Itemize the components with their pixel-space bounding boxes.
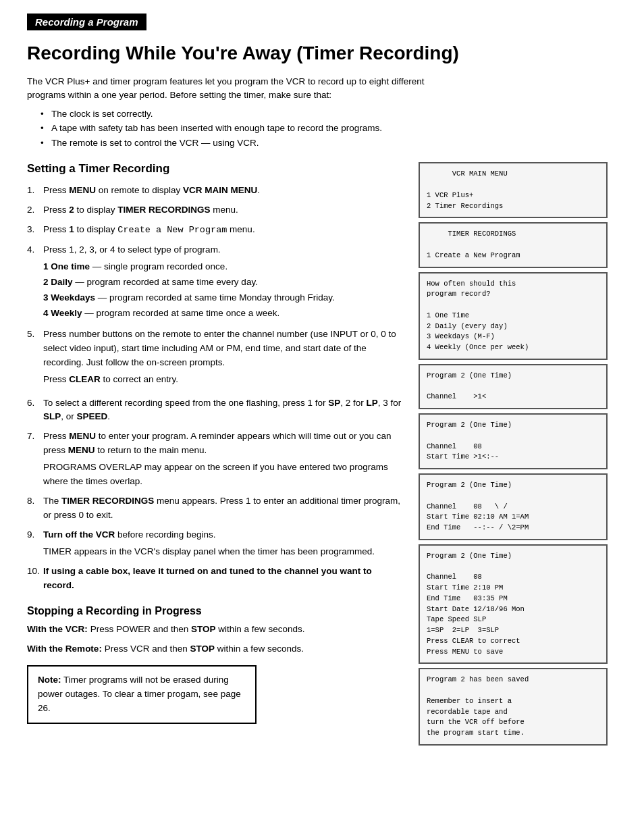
step-4: 4. Press 1, 2, 3, or 4 to select type of… <box>27 243 405 322</box>
vcr-screen-4: Program 2 (One Time) Channel >1< <box>419 364 608 409</box>
step-9-body: Turn off the VCR before recording begins… <box>43 528 405 559</box>
vcr-stop-text: With the VCR: Press POWER and then STOP … <box>27 623 378 637</box>
step-2: 2. Press 2 to display TIMER RECORDINGS m… <box>27 203 405 217</box>
step-10-num: 10. <box>27 565 43 579</box>
vcr-screen-3: How often should this program record? 1 … <box>419 272 608 360</box>
header-banner-text: Recording a Program <box>35 16 138 28</box>
step-3: 3. Press 1 to display Create a New Progr… <box>27 223 405 238</box>
vcr-screen-7: Program 2 (One Time) Channel 08 Start Ti… <box>419 544 608 664</box>
note-label: Note: <box>38 675 61 685</box>
step-8-body: The TIMER RECORDINGS menu appears. Press… <box>43 494 405 523</box>
step-10-body: If using a cable box, leave it turned on… <box>43 565 405 593</box>
step-9: 9. Turn off the VCR before recording beg… <box>27 528 405 559</box>
section-stopping-heading: Stopping a Recording in Progress <box>27 605 405 617</box>
note-text: Timer programs will not be erased during… <box>38 675 241 713</box>
step-2-num: 2. <box>27 203 43 217</box>
step-8-num: 8. <box>27 494 43 509</box>
step-5-body: Press number buttons on the remote to en… <box>43 328 405 391</box>
step-4-num: 4. <box>27 243 43 257</box>
step-4-body: Press 1, 2, 3, or 4 to select type of pr… <box>43 243 405 322</box>
step-9-num: 9. <box>27 528 43 542</box>
vcr-screen-6: Program 2 (One Time) Channel 08 \ / Star… <box>419 473 608 540</box>
bullet-item: The clock is set correctly. <box>41 107 473 122</box>
vcr-screen-2: TIMER RECORDINGS 1 Create a New Program <box>419 222 608 267</box>
step-1: 1. Press MENU on remote to display VCR M… <box>27 184 405 198</box>
section-timer-heading: Setting a Timer Recording <box>27 162 405 176</box>
step-8: 8. The TIMER RECORDINGS menu appears. Pr… <box>27 494 405 523</box>
main-title: Recording While You're Away (Timer Recor… <box>27 43 617 64</box>
step-3-num: 3. <box>27 223 43 237</box>
vcr-screen-1: VCR MAIN MENU 1 VCR Plus+ 2 Timer Record… <box>419 162 608 218</box>
bullet-item: A tape with safety tab has been inserted… <box>41 121 473 136</box>
step-7: 7. Press MENU to enter your program. A r… <box>27 429 405 489</box>
step-7-subpara: PROGRAMS OVERLAP may appear on the scree… <box>43 461 405 489</box>
step-9-subpara: TIMER appears in the VCR's display panel… <box>43 545 405 559</box>
step-4-sub-3: 3 Weekdays — program recorded at same ti… <box>43 291 405 305</box>
step-5-num: 5. <box>27 328 43 342</box>
vcr-screens-container: VCR MAIN MENU 1 VCR Plus+ 2 Timer Record… <box>419 162 608 746</box>
step-4-sub-4: 4 Weekly — program recorded at same time… <box>43 307 405 321</box>
step-5-subpara: Press CLEAR to correct an entry. <box>43 373 405 387</box>
intro-bullets: The clock is set correctly. A tape with … <box>41 107 473 151</box>
step-7-num: 7. <box>27 429 43 444</box>
step-5: 5. Press number buttons on the remote to… <box>27 328 405 391</box>
step-1-num: 1. <box>27 184 43 198</box>
left-column: Setting a Timer Recording 1. Press MENU … <box>27 162 419 746</box>
step-2-body: Press 2 to display TIMER RECORDINGS menu… <box>43 203 405 217</box>
steps-list: 1. Press MENU on remote to display VCR M… <box>27 184 405 592</box>
step-6-num: 6. <box>27 396 43 411</box>
intro-paragraph: The VCR Plus+ and timer program features… <box>27 75 459 103</box>
step-6-body: To select a different recording speed fr… <box>43 396 405 425</box>
remote-stop-text: With the Remote: Press VCR and then STOP… <box>27 642 378 656</box>
vcr-screen-5: Program 2 (One Time) Channel 08 Start Ti… <box>419 413 608 469</box>
step-10: 10. If using a cable box, leave it turne… <box>27 565 405 593</box>
content-area: Setting a Timer Recording 1. Press MENU … <box>27 162 617 746</box>
vcr-screen-8: Program 2 has been saved Remember to ins… <box>419 668 608 746</box>
step-1-body: Press MENU on remote to display VCR MAIN… <box>43 184 405 198</box>
bullet-item: The remote is set to control the VCR — u… <box>41 136 473 151</box>
note-box: Note: Timer programs will not be erased … <box>27 665 257 724</box>
page-container: Recording a Program Recording While You'… <box>0 0 644 834</box>
step-6: 6. To select a different recording speed… <box>27 396 405 425</box>
step-4-sublist: 1 One time — single program recorded onc… <box>43 260 405 321</box>
right-column: VCR MAIN MENU 1 VCR Plus+ 2 Timer Record… <box>419 162 608 746</box>
step-4-sub-2: 2 Daily — program recorded at same time … <box>43 276 405 290</box>
step-3-body: Press 1 to display Create a New Program … <box>43 223 405 238</box>
header-banner: Recording a Program <box>27 14 146 30</box>
step-4-sub-1: 1 One time — single program recorded onc… <box>43 260 405 274</box>
step-7-body: Press MENU to enter your program. A remi… <box>43 429 405 489</box>
